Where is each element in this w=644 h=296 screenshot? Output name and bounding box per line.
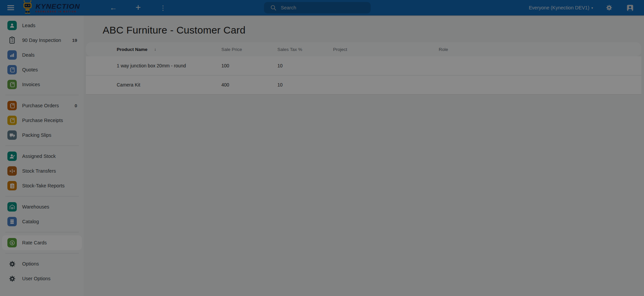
sidebar-item-label: Catalog [22,219,39,224]
rate-card-table: Product Name↓Sale PriceSales Tax %Projec… [86,42,641,95]
sidebar-item-label: Packing Slips [22,132,51,138]
sidebar-divider [5,253,79,253]
search-input[interactable] [281,5,361,10]
notebook-icon [7,80,17,89]
sidebar-item-options[interactable]: Options [0,256,84,271]
table-row-1-way-junction-box-20mm-round[interactable]: 1 way junction box 20mm - round10010 [86,56,641,75]
sidebar-item-quotes[interactable]: Quotes [0,62,84,77]
sidebar-divider [5,145,79,146]
kebab-menu-icon[interactable]: ⋮ [156,1,170,14]
cell-product-name: Camera Kit [86,82,221,87]
cell-sales-tax: 10 [277,63,333,68]
sidebar-item-user-options[interactable]: User Options [0,271,84,286]
app-screen: KYNECTION KNOWLEDGE IN MOTION ← + ⋮ Ever… [0,0,644,296]
sidebar-item-stock-transfers[interactable]: Stock Transfers [0,164,84,178]
top-app-bar: KYNECTION KNOWLEDGE IN MOTION ← + ⋮ Ever… [0,0,644,15]
brand-tagline: KNOWLEDGE IN MOTION [36,11,80,13]
svg-text:$: $ [11,241,13,244]
sidebar-item-label: Warehouses [22,204,49,210]
scope-label: Everyone (Kynection DEV1) [529,5,589,10]
gear-icon [7,274,17,283]
cell-sale-price: 400 [221,82,277,87]
notebook-icon [7,116,17,125]
sidebar-item-label: Stock-Take Reports [22,183,65,188]
sidebar-item-label: Deals [22,52,35,58]
cell-product-name: 1 way junction box 20mm - round [86,63,221,68]
column-header-sales-tax[interactable]: Sales Tax % [277,47,333,52]
sidebar-item-label: Invoices [22,82,40,87]
sidebar-item-catalog[interactable]: Catalog [0,214,84,229]
cell-sales-tax: 10 [277,82,333,87]
brand-name: KYNECTION [36,3,80,10]
sidebar-item-assigned-stock[interactable]: Assigned Stock [0,149,84,164]
clipboard-list-icon [7,181,17,190]
sidebar-item-label: Quotes [22,67,38,72]
hamburger-menu-icon[interactable] [4,1,17,14]
dollar-icon: $ [7,238,17,247]
sidebar-item-purchase-orders[interactable]: Purchase Orders0 [0,98,84,113]
sidebar-item-packing-slips[interactable]: Packing Slips [0,128,84,142]
column-header-sale-price[interactable]: Sale Price [221,47,277,52]
sidebar-item-label: Stock Transfers [22,168,56,174]
person-check-icon [7,152,17,161]
sidebar-nav: Leads90 Day Inspection19DealsQuotesInvoi… [0,15,84,296]
back-arrow-icon[interactable]: ← [107,1,120,14]
sidebar-item-deals[interactable]: Deals [0,48,84,62]
sidebar-item-label: 90 Day Inspection [22,38,61,43]
sidebar-divider [5,196,79,196]
stack-icon [7,217,17,226]
sidebar-divider [5,95,79,95]
truck-icon [7,130,17,140]
person-icon [7,21,17,30]
cell-sale-price: 100 [221,63,277,68]
main-panel: ABC Furniture - Customer Card Product Na… [84,15,644,296]
sidebar-item-label: Leads [22,23,36,28]
bar-chart-icon [7,50,17,60]
caret-down-icon: ▾ [591,6,593,10]
warehouse-icon [7,202,17,212]
sidebar-item-label: Assigned Stock [22,154,56,159]
sidebar-item-90-day-inspection[interactable]: 90 Day Inspection19 [0,33,84,48]
table-row-camera-kit[interactable]: Camera Kit40010 [86,75,641,95]
count-badge: 0 [74,103,77,108]
search-icon [270,4,277,11]
count-badge: 19 [72,38,77,43]
sidebar-divider [5,232,79,232]
column-header-product-name[interactable]: Product Name↓ [86,47,221,52]
sidebar-item-stock-take-reports[interactable]: Stock-Take Reports [0,178,84,193]
settings-gear-icon[interactable] [602,1,616,14]
sidebar-item-warehouses[interactable]: Warehouses [0,199,84,214]
sidebar-item-invoices[interactable]: Invoices [0,77,84,92]
sidebar-item-label: Purchase Orders [22,103,59,108]
notebook-icon [7,101,17,110]
sidebar-item-label: Options [22,261,39,267]
sidebar-item-leads[interactable]: Leads [0,18,84,33]
column-header-project[interactable]: Project [333,47,439,52]
clipboard-icon [7,36,17,45]
sidebar-item-label: Rate Cards [22,240,47,245]
column-header-role[interactable]: Role [439,47,641,52]
sidebar-item-purchase-receipts[interactable]: Purchase Receipts [0,113,84,128]
sidebar-item-rate-cards[interactable]: $Rate Cards [2,235,82,250]
search-box[interactable] [264,2,371,13]
scope-selector[interactable]: Everyone (Kynection DEV1) ▾ [529,5,593,10]
page-title: ABC Furniture - Customer Card [103,24,644,36]
gear-icon [7,259,17,269]
kynection-logo[interactable]: KYNECTION KNOWLEDGE IN MOTION [21,0,87,15]
sidebar-item-label: User Options [22,276,51,281]
sidebar-item-label: Purchase Receipts [22,118,63,123]
add-button[interactable]: + [131,1,145,14]
notebook-icon [7,65,17,74]
sort-desc-arrow-icon: ↓ [154,47,156,52]
table-header-row: Product Name↓Sale PriceSales Tax %Projec… [86,42,641,56]
account-box-icon[interactable] [623,1,637,14]
transfer-icon [7,166,17,176]
robot-logo-icon [21,0,34,15]
